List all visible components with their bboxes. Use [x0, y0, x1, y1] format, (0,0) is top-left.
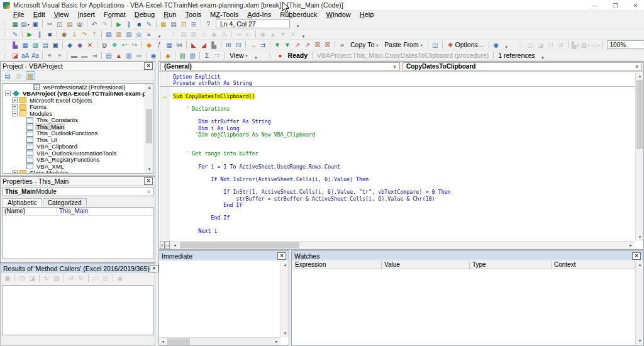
toggle-breakpoint-button[interactable]: ◉ [60, 30, 69, 39]
menu-item-edit[interactable]: Edit [29, 11, 50, 19]
code-line[interactable]: strBuffer = strBuffer & ActiveSheet.Cell… [173, 196, 635, 202]
undo-button[interactable]: ↶ [90, 20, 99, 28]
mztools-icon[interactable]: ◆ [65, 40, 75, 49]
project-tree-item-forms[interactable]: +Forms [3, 104, 153, 111]
scroll-down-icon[interactable]: ▾ [636, 337, 644, 345]
immediate-horizontal-scrollbar[interactable]: ◂ ▸ [159, 337, 280, 345]
project-tree-item-vbaproject-vba-excel-tctrainnet-exam-planning-xlam[interactable]: −VBAProject (VBA-Excel-TCTrainNet-exam-p… [3, 91, 153, 98]
code-line[interactable] [173, 144, 635, 150]
mztools-icon[interactable]: ↗ [293, 40, 303, 49]
toolbar-overflow-button[interactable]: ▾ [156, 30, 163, 39]
step-into-button[interactable]: ⇣ [70, 30, 79, 39]
breakpoint-margin[interactable]: → [160, 72, 170, 241]
project-tree-item-this-constants[interactable]: This_Constants [3, 117, 153, 124]
scroll-up-icon[interactable]: ▴ [145, 84, 153, 91]
center-button[interactable]: ▦▾ [580, 40, 590, 49]
edit-toolbar-icon[interactable]: ▤ [179, 30, 189, 39]
view-object-button[interactable]: ▦ [14, 71, 24, 80]
restore-button[interactable]: ❐ [613, 3, 618, 9]
run-button[interactable]: ▶ [25, 30, 35, 39]
scroll-thumb[interactable] [180, 242, 299, 248]
object-dropdown[interactable]: (General) ∨ [160, 62, 400, 70]
save-button[interactable]: ▣ [31, 20, 40, 28]
mztools-icon[interactable]: ▼ [283, 40, 292, 49]
break-button[interactable]: ∥ [125, 20, 134, 28]
mztools-icon[interactable]: ↩ [120, 40, 130, 49]
procedure-dropdown[interactable]: CopyDatesToClipboard ∨ [402, 62, 642, 70]
mztools-icon[interactable]: ▲ [114, 51, 124, 60]
edit-toolbar-icon[interactable]: A [219, 30, 229, 39]
menu-item-tools[interactable]: Tools [180, 11, 206, 19]
mztools-icon[interactable]: ⊟ [234, 40, 243, 49]
project-explorer-button[interactable]: ▦ [159, 20, 169, 28]
design-mode-button[interactable]: ✎ [145, 20, 154, 28]
project-tree-item-this-main[interactable]: This_Main [3, 123, 153, 130]
insert-userform-button[interactable]: ▤▾ [21, 20, 30, 28]
layout-toolbar-icon[interactable]: ⊞ [556, 40, 565, 49]
toggle-bookmark-button[interactable]: ◉ [258, 30, 268, 39]
mztools-icon[interactable]: ☒ [313, 40, 323, 49]
toolbar-drag-handle[interactable]: ⋮ [170, 30, 176, 38]
procedure-view-button[interactable]: ▭ [165, 242, 170, 249]
help-button[interactable]: ? [204, 20, 213, 28]
mc-toolbar-icon[interactable]: ▨ [52, 274, 62, 282]
reset-button[interactable]: ■ [45, 30, 55, 39]
menu-item-format[interactable]: Format [99, 11, 130, 19]
menu-item-view[interactable]: View [50, 11, 74, 19]
mztools-icon[interactable]: ∾ [135, 51, 144, 60]
mztools-icon[interactable]: ◆ [75, 40, 85, 49]
mztools-icon[interactable]: ◢ [199, 40, 209, 49]
menu-item-mz-tools[interactable]: MZ-Tools [206, 11, 243, 19]
code-line[interactable]: ' Get range into buffer [173, 150, 635, 157]
mztools-icon[interactable]: ↗ [303, 40, 313, 49]
immediate-input-area[interactable] [160, 261, 280, 337]
close-icon[interactable]: ✕ [150, 265, 158, 272]
mztools-icon[interactable]: ◪ [11, 51, 20, 60]
project-tree-item-class-modules[interactable]: +Class Modules [3, 170, 153, 174]
code-line[interactable] [173, 157, 635, 163]
scroll-down-icon[interactable]: ▾ [281, 330, 289, 337]
mc-toolbar-icon[interactable]: ◪ [28, 274, 37, 282]
code-line[interactable]: Option Explicit [173, 74, 635, 80]
watches-column-context[interactable]: Context [552, 261, 635, 269]
edit-toolbar-icon[interactable]: ◆ [209, 30, 219, 39]
outdent-button[interactable]: ⇤ [244, 30, 253, 39]
immediate-window-button[interactable]: ▥ [114, 30, 124, 39]
scroll-thumb[interactable] [146, 109, 152, 143]
tree-expander-icon[interactable]: + [12, 98, 18, 103]
immediate-vertical-scrollbar[interactable]: ▴ ▾ [280, 261, 289, 337]
toolbar-overflow-button[interactable]: ▾ [253, 51, 260, 60]
view-code-button[interactable]: ▤ [3, 71, 13, 80]
close-icon[interactable]: ✕ [277, 252, 286, 260]
mztools-icon[interactable]: ❖ [110, 40, 119, 49]
mztools-icon[interactable]: ▥ [188, 51, 197, 60]
mztools-web-button[interactable]: ◉ [491, 40, 501, 49]
call-stack-button[interactable]: ≡ [145, 30, 154, 39]
project-tree-item-vba-xml[interactable]: VBA_XML [3, 163, 153, 170]
mztools-icon[interactable]: ▦ [165, 40, 174, 49]
project-tree-item-vba-outlookautomationtools[interactable]: VBA_OutlookAutomationTools [3, 150, 153, 157]
toolbar-drag-handle[interactable]: ⋮ [2, 52, 8, 60]
mztools-icon[interactable]: → [248, 40, 258, 49]
properties-object-selector[interactable]: This_Main Module ∨ [2, 187, 153, 196]
mc-toolbar-icon[interactable]: ↻ [77, 274, 86, 282]
copy-button[interactable]: ◫ [55, 20, 65, 28]
mztools-icon[interactable]: ◆ [164, 51, 173, 60]
properties-window-button[interactable]: ▤ [169, 20, 179, 28]
mc-toolbar-icon[interactable]: ↺ [67, 274, 76, 282]
design-mode-button[interactable]: ✎ [11, 30, 20, 39]
project-tree-item-vba-registryfunctions[interactable]: VBA_RegistryFunctions [3, 157, 153, 164]
watches-column-expression[interactable]: Expression [292, 261, 382, 269]
next-bookmark-button[interactable]: ▲ [269, 30, 278, 39]
project-tree-item-wsprofessional2-professional[interactable]: wsProfessional2 (Professional) [3, 84, 153, 91]
watches-vertical-scrollbar[interactable]: ▴ ▾ [635, 261, 643, 345]
excel-icon[interactable]: ▦ [11, 20, 20, 28]
step-over-button[interactable]: ↷ [80, 30, 89, 39]
layout-toolbar-icon[interactable]: ◪ [536, 40, 545, 49]
options-button[interactable]: ❖Options... [445, 40, 487, 50]
copy-to-button[interactable]: Copy To▾ [347, 40, 381, 50]
indent-button[interactable]: ⇥ [234, 30, 243, 39]
tab-alphabetic[interactable]: Alphabetic [3, 198, 42, 206]
mc-toolbar-icon[interactable]: ◫ [18, 274, 27, 282]
mztools-icon[interactable]: aA [21, 51, 30, 60]
